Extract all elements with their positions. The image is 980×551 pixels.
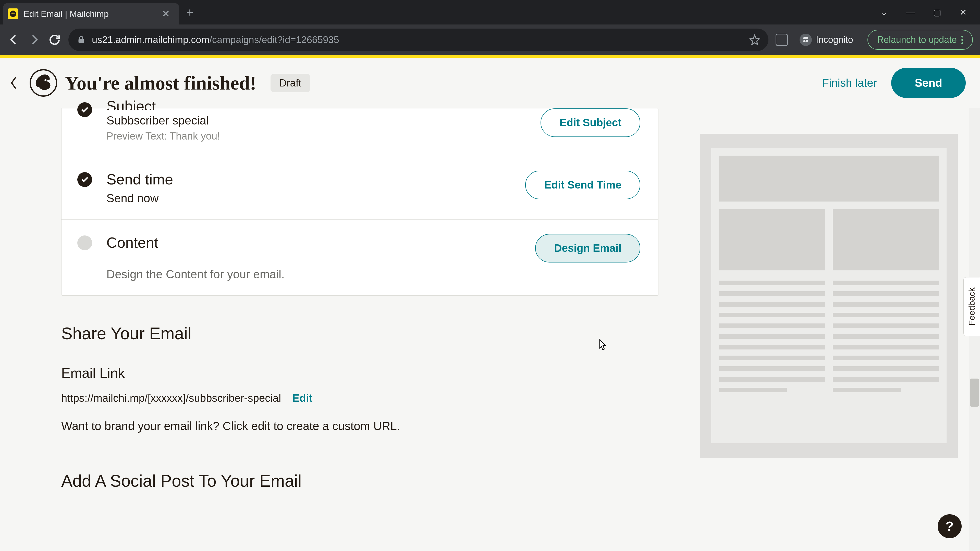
send-button[interactable]: Send — [891, 68, 966, 98]
svg-point-1 — [11, 13, 13, 14]
help-fab[interactable]: ? — [938, 514, 962, 538]
back-chevron-icon[interactable] — [6, 73, 22, 94]
tab-close-icon[interactable]: ✕ — [160, 7, 172, 21]
link-hint: Want to brand your email link? Click edi… — [61, 419, 659, 433]
extension-icon[interactable] — [776, 34, 788, 46]
nav-forward-icon[interactable] — [27, 33, 41, 46]
preview-image-placeholder — [719, 209, 825, 270]
email-preview-thumbnail[interactable] — [700, 134, 958, 457]
incognito-icon — [800, 34, 812, 46]
svg-rect-3 — [79, 39, 84, 43]
bookmark-star-icon[interactable] — [749, 34, 760, 45]
row-value: Send now — [107, 191, 525, 205]
page-viewport: You're almost finished! Draft Finish lat… — [0, 55, 980, 551]
tab-dropdown-icon[interactable]: ⌄ — [880, 7, 888, 17]
row-meta: Preview Text: Thank you! — [107, 130, 541, 142]
preview-hero-placeholder — [719, 156, 939, 202]
svg-point-2 — [13, 13, 14, 14]
share-section: Share Your Email Email Link https://mail… — [61, 295, 659, 491]
svg-point-6 — [45, 79, 46, 81]
checklist-row-content: Content Design the Content for your emai… — [62, 220, 658, 295]
pending-circle-icon — [77, 235, 92, 250]
svg-point-0 — [10, 11, 16, 17]
close-window-icon[interactable]: ✕ — [959, 7, 967, 17]
social-post-heading: Add A Social Post To Your Email — [61, 471, 659, 491]
lock-icon — [76, 35, 86, 44]
svg-point-4 — [803, 40, 805, 42]
checklist-row-subject: Subject Subbscriber special Preview Text… — [62, 108, 658, 156]
checklist-row-send-time: Send time Send now Edit Send Time — [62, 156, 658, 220]
share-heading: Share Your Email — [61, 324, 659, 343]
tab-title: Edit Email | Mailchimp — [24, 9, 155, 19]
email-link-url: https://mailchi.mp/[xxxxxx]/subbscriber-… — [61, 392, 281, 404]
row-description: Design the Content for your email. — [107, 267, 535, 281]
svg-point-7 — [47, 80, 49, 82]
email-link-heading: Email Link — [61, 365, 659, 381]
mailchimp-logo[interactable] — [30, 69, 57, 97]
row-title: Content — [107, 234, 535, 251]
browser-tab[interactable]: Edit Email | Mailchimp ✕ — [3, 3, 179, 24]
design-email-button[interactable]: Design Email — [535, 234, 640, 262]
svg-point-5 — [806, 40, 808, 42]
address-bar[interactable]: us21.admin.mailchimp.com/campaigns/edit?… — [68, 29, 768, 51]
new-tab-button[interactable]: + — [186, 5, 193, 19]
relaunch-button[interactable]: Relaunch to update — [867, 30, 973, 50]
email-preview-pane — [689, 108, 969, 551]
checklist-card: Subject Subbscriber special Preview Text… — [61, 108, 659, 295]
maximize-icon[interactable]: ▢ — [933, 7, 941, 17]
window-controls: ⌄ — ▢ ✕ — [880, 7, 977, 17]
preview-image-placeholder — [833, 209, 939, 270]
row-value: Subbscriber special — [107, 114, 541, 127]
row-title: Subject — [107, 99, 541, 110]
reload-icon[interactable] — [48, 33, 61, 46]
mailchimp-favicon — [8, 8, 18, 19]
url-text: us21.admin.mailchimp.com/campaigns/edit?… — [92, 35, 339, 45]
minimize-icon[interactable]: — — [906, 7, 915, 17]
edit-link-button[interactable]: Edit — [292, 392, 312, 404]
browser-toolbar: us21.admin.mailchimp.com/campaigns/edit?… — [0, 24, 980, 55]
scrollbar-thumb[interactable] — [970, 379, 979, 407]
checkmark-icon — [77, 172, 92, 187]
kebab-menu-icon[interactable] — [961, 36, 963, 44]
brand-accent-bar — [0, 55, 980, 58]
edit-send-time-button[interactable]: Edit Send Time — [525, 171, 640, 199]
incognito-indicator[interactable]: Incognito — [800, 34, 853, 46]
feedback-tab[interactable]: Feedback — [963, 277, 980, 336]
finish-later-link[interactable]: Finish later — [822, 76, 877, 89]
browser-titlebar: Edit Email | Mailchimp ✕ + ⌄ — ▢ ✕ — [0, 0, 980, 24]
edit-subject-button[interactable]: Edit Subject — [541, 108, 640, 137]
nav-back-icon[interactable] — [7, 33, 21, 46]
row-title: Send time — [107, 171, 525, 188]
status-badge: Draft — [270, 74, 310, 92]
page-title: You're almost finished! — [65, 72, 256, 94]
checkmark-icon — [77, 102, 92, 117]
